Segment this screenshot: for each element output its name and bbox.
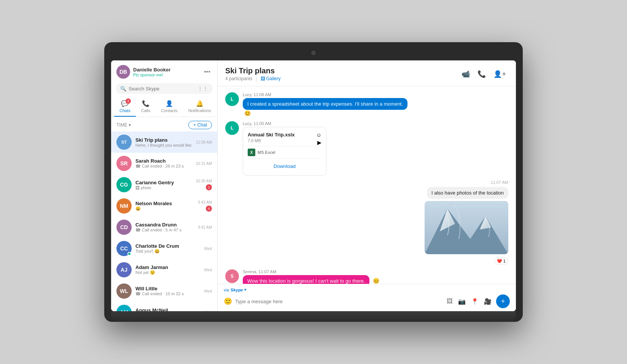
- chat-list: ST Ski Trip plans Hehe, I thought you wo…: [111, 131, 217, 311]
- app-window: DB Danielle Booker Plz sponsor me! ••• 🔍: [111, 60, 516, 311]
- chat-name: Carianne Gentry: [135, 180, 192, 185]
- download-button[interactable]: Download: [248, 162, 321, 171]
- emoji-button[interactable]: 🙂: [224, 297, 232, 305]
- unread-badge: 4: [206, 206, 212, 212]
- list-item[interactable]: WL Will Little ☎ Call ended · 10 m 32 s …: [111, 280, 217, 302]
- chat-meta: 9:42 AM: [198, 225, 212, 229]
- chat-avatar: CD: [116, 220, 132, 235]
- chat-name: Nelson Morales: [135, 201, 194, 206]
- message-row: S Serena, 11:07 AM Wow this location is …: [225, 269, 508, 284]
- tab-contacts-label: Contacts: [161, 108, 177, 113]
- list-item[interactable]: AJ Adam Jarman Not yet 😟 Wed: [111, 259, 217, 280]
- chat-name: Ski Trip plans: [135, 137, 192, 143]
- laptop-base: [111, 311, 516, 322]
- chat-preview: 😄: [135, 206, 194, 211]
- video-message-button[interactable]: 🎥: [482, 296, 493, 307]
- chat-preview: ☎ Call ended · 5 m 47 s: [135, 228, 194, 233]
- chat-avatar: AM: [116, 305, 132, 311]
- own-messages-group: 11:07 AM I also have photos of the locat…: [225, 180, 508, 265]
- photo-message[interactable]: [425, 201, 508, 254]
- chat-time: 10:30 AM: [196, 179, 212, 183]
- sidebar-header: DB Danielle Booker Plz sponsor me! •••: [111, 60, 217, 82]
- grid-icon[interactable]: ⋮⋮: [197, 85, 208, 92]
- excel-icon: X: [248, 149, 255, 156]
- chat-time: 9:42 AM: [198, 225, 212, 229]
- chat-time: Wed: [204, 268, 212, 272]
- list-item[interactable]: SR Sarah Roach ☎ Call ended · 26 m 23 s …: [111, 153, 217, 174]
- list-item[interactable]: AM Angus McNeil You need a day off! Wed: [111, 302, 217, 311]
- chat-name: Will Little: [135, 286, 201, 291]
- reaction[interactable]: ❤️ 1: [494, 258, 508, 265]
- list-item[interactable]: CD Cassandra Drunn ☎ Call ended · 5 m 47…: [111, 217, 217, 238]
- tab-calls[interactable]: 📞 Calls: [136, 97, 156, 117]
- chat-info: Ski Trip plans Hehe, I thought you would…: [135, 137, 192, 147]
- add-participant-button[interactable]: 👤+: [491, 68, 508, 81]
- chat-info: Adam Jarman Not yet 😟: [135, 264, 201, 275]
- video-icon: 📹: [461, 70, 470, 78]
- chats-icon: 💬 2: [121, 100, 129, 107]
- chat-meta: Wed: [204, 268, 212, 272]
- main-chat: Ski Trip plans 4 participants | 🖼 Galler…: [218, 60, 516, 311]
- chat-time: 10:31 AM: [196, 161, 212, 166]
- msg-avatar: L: [225, 121, 239, 135]
- image-attach-button[interactable]: 🖼: [445, 296, 454, 306]
- list-item[interactable]: CG Carianne Gentry 🖼 photo 10:30 AM 1: [111, 174, 217, 195]
- nav-tabs: 💬 2 Chats 📞 Calls 👤 Contacts 🔔: [111, 97, 217, 117]
- chat-avatar: CG: [116, 177, 132, 192]
- send-button[interactable]: +: [496, 294, 510, 308]
- chat-header-sub: 4 participants | 🖼 Gallery: [225, 76, 281, 81]
- msg-content: Lucy, 11:08 AM I created a spreadsheet a…: [243, 92, 412, 117]
- chat-header: Ski Trip plans 4 participants | 🖼 Galler…: [218, 60, 516, 86]
- message-input[interactable]: [235, 299, 442, 304]
- avatar[interactable]: DB: [116, 65, 130, 79]
- tab-chats-label: Chats: [119, 108, 130, 113]
- chat-name: Charlotte De Crum: [135, 243, 201, 249]
- forward-button[interactable]: ▶: [317, 139, 321, 146]
- tab-contacts[interactable]: 👤 Contacts: [156, 97, 183, 117]
- chat-avatar: WL: [116, 283, 132, 299]
- chat-info: Carianne Gentry 🖼 photo: [135, 180, 192, 190]
- chat-info: Nelson Morales 😄: [135, 201, 194, 211]
- chat-meta: 10:30 AM 1: [196, 179, 212, 190]
- list-item[interactable]: CC Charlotte De Crum Told you!! 😄 Wed: [111, 238, 217, 259]
- chat-info: Sarah Roach ☎ Call ended · 26 m 23 s: [135, 158, 192, 169]
- time-filter[interactable]: TIME ▾: [116, 122, 131, 128]
- search-input[interactable]: [129, 86, 195, 92]
- emoji-button[interactable]: ☺: [316, 132, 321, 138]
- list-item[interactable]: NM Nelson Morales 😄 9:42 AM 4: [111, 195, 217, 217]
- chat-header-left: Ski Trip plans 4 participants | 🖼 Galler…: [225, 66, 281, 81]
- chat-meta: Wed: [204, 310, 212, 312]
- user-status: Plz sponsor me!: [133, 73, 170, 77]
- file-card: Annual Ski Trip.xslx 7,6 MB ☺ ▶: [243, 127, 326, 176]
- msg-bubble: Wow this location is gorgeous! I can't w…: [243, 275, 369, 284]
- list-item[interactable]: ST Ski Trip plans Hehe, I thought you wo…: [111, 131, 217, 153]
- chat-name: Adam Jarman: [135, 264, 201, 270]
- emoji-reaction: 😊: [373, 278, 379, 284]
- msg-bubble: I also have photos of the location: [427, 187, 508, 199]
- new-chat-button[interactable]: + Chat: [188, 121, 212, 129]
- chat-avatar: CC: [116, 241, 132, 256]
- online-indicator: [127, 252, 131, 256]
- chats-badge: 2: [126, 98, 131, 104]
- contacts-icon: 👤: [166, 100, 173, 107]
- chat-preview: Told you!! 😄: [135, 249, 201, 254]
- sidebar: DB Danielle Booker Plz sponsor me! ••• 🔍: [111, 60, 218, 311]
- chat-info: Cassandra Drunn ☎ Call ended · 5 m 47 s: [135, 222, 194, 233]
- gallery-link[interactable]: 🖼 Gallery: [261, 76, 281, 81]
- chevron-down-icon[interactable]: ▾: [244, 287, 247, 292]
- unread-badge: 1: [206, 184, 212, 190]
- tab-notifications[interactable]: 🔔 Notifications: [183, 97, 216, 117]
- more-options-button[interactable]: •••: [202, 67, 212, 77]
- audio-call-button[interactable]: 📞: [475, 68, 488, 81]
- tab-chats[interactable]: 💬 2 Chats: [114, 97, 136, 117]
- camera-button[interactable]: 📷: [457, 296, 467, 307]
- msg-sender-time: Lucy, 11:08 AM: [243, 92, 412, 97]
- chat-list-header: TIME ▾ + Chat: [111, 117, 217, 131]
- video-call-button[interactable]: 📹: [459, 68, 472, 81]
- chat-time: 11:08 AM: [196, 140, 212, 144]
- location-button[interactable]: 📍: [469, 296, 480, 307]
- chat-meta: 10:31 AM: [196, 161, 212, 166]
- chat-title: Ski Trip plans: [225, 66, 281, 75]
- messages-area: L Lucy, 11:08 AM I created a spreadsheet…: [218, 86, 516, 284]
- skype-label[interactable]: Skype: [231, 288, 243, 292]
